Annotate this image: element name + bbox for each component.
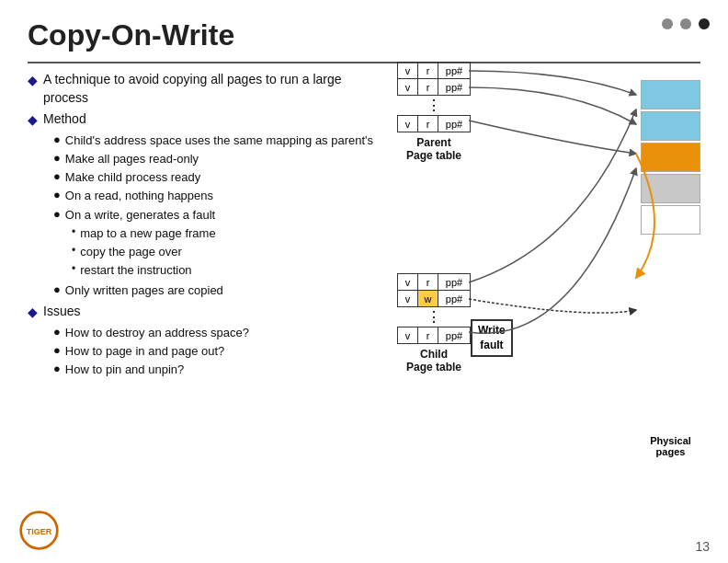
- method-item-5-text: On a write, generates a fault: [65, 207, 215, 224]
- cell: v: [398, 116, 418, 132]
- cell: pp#: [438, 79, 471, 96]
- bullet-1: ◆ A technique to avoid copying all pages…: [28, 71, 379, 107]
- write-fault-line1: Write: [478, 324, 506, 337]
- dot-icon-3: ●: [53, 169, 61, 183]
- physical-pages-label: Physical pages: [641, 435, 700, 457]
- method-item-3: ● Make child process ready: [53, 169, 379, 186]
- bullet-circle-1: •: [72, 225, 75, 238]
- main-content: ◆ A technique to avoid copying all pages…: [28, 71, 700, 466]
- fault-item-3-text: restart the instruction: [80, 262, 191, 279]
- fault-item-1: • map to a new page frame: [72, 225, 379, 242]
- cell: v: [398, 291, 418, 307]
- cell: r: [418, 327, 438, 344]
- nav-dot-3: [699, 18, 710, 29]
- cell: r: [418, 79, 438, 96]
- dot-icon-2: ●: [53, 151, 61, 165]
- slide: Copy-On-Write ◆ A technique to avoid cop…: [0, 0, 728, 563]
- cell: v: [398, 274, 418, 291]
- write-fault-line2: fault: [480, 339, 503, 351]
- fault-item-2-text: copy the page over: [80, 244, 182, 260]
- method-item-5: ● On a write, generates a fault: [53, 207, 379, 224]
- bullet-3-text: Issues: [43, 303, 80, 321]
- method-item-3-text: Make child process ready: [65, 169, 200, 186]
- table-row: v r pp#: [398, 327, 471, 344]
- method-subitems: ● Child's address space uses the same ma…: [53, 132, 379, 300]
- phys-page-1: [641, 80, 700, 109]
- diamond-icon-1: ◆: [28, 73, 38, 87]
- nav-dot-2: [680, 18, 691, 29]
- physical-pages: [641, 80, 700, 235]
- diamond-icon-3: ◆: [28, 304, 38, 319]
- table-row: ⋮: [398, 307, 471, 327]
- method-item-1-text: Child's address space uses the same mapp…: [65, 132, 373, 149]
- method-item-2-text: Make all pages read-only: [65, 151, 199, 167]
- parent-page-table: v r pp# v r pp# ⋮ v: [397, 62, 471, 162]
- parent-table-grid: v r pp# v r pp# ⋮ v: [397, 62, 471, 132]
- cell: r: [418, 116, 438, 132]
- page-number: 13: [695, 539, 710, 554]
- write-fault-label: Write fault: [471, 319, 513, 357]
- child-page-table: v r pp# v w pp# ⋮ v: [397, 273, 471, 373]
- issue-item-1-text: How to destroy an address space?: [65, 325, 249, 341]
- dot-icon-9: ●: [53, 362, 61, 375]
- issue-item-1: ● How to destroy an address space?: [53, 325, 379, 341]
- cell: v: [398, 327, 418, 344]
- child-table-label: ChildPage table: [397, 348, 471, 373]
- method-item-4: ● On a read, nothing happens: [53, 188, 379, 204]
- cell: r: [418, 274, 438, 291]
- nav-dots: [662, 18, 710, 29]
- table-row: v r pp#: [398, 116, 471, 132]
- dot-icon-8: ●: [53, 343, 61, 357]
- table-row: v r pp#: [398, 79, 471, 96]
- cell: ⋮: [398, 307, 471, 327]
- cell: v: [398, 63, 418, 79]
- phys-page-3: [641, 143, 700, 172]
- cell: pp#: [438, 274, 471, 291]
- only-written-text: Only written pages are copied: [65, 282, 223, 299]
- cell: r: [418, 63, 438, 79]
- table-row: v w pp#: [398, 291, 471, 307]
- tables-container: v r pp# v r pp# ⋮ v: [388, 62, 700, 466]
- fault-item-1-text: map to a new page frame: [80, 225, 215, 242]
- method-item-2: ● Make all pages read-only: [53, 151, 379, 167]
- dot-icon-7: ●: [53, 325, 61, 339]
- phys-page-4: [641, 174, 700, 203]
- issue-item-2: ● How to page in and page out?: [53, 343, 379, 360]
- issues-subitems: ● How to destroy an address space? ● How…: [53, 325, 379, 379]
- table-row: v r pp#: [398, 274, 471, 291]
- fault-item-2: • copy the page over: [72, 244, 379, 260]
- issue-item-3-text: How to pin and unpin?: [65, 362, 184, 378]
- dot-icon-6: ●: [53, 282, 61, 296]
- bullet-circle-3: •: [72, 262, 75, 275]
- bullet-1-text: A technique to avoid copying all pages t…: [43, 71, 379, 107]
- only-written: ● Only written pages are copied: [53, 282, 379, 299]
- cell: w: [418, 291, 438, 307]
- dot-icon-5: ●: [53, 207, 61, 221]
- university-logo: TIGER: [18, 510, 64, 556]
- svg-text:TIGER: TIGER: [27, 527, 52, 536]
- cell: pp#: [438, 291, 471, 307]
- nav-dot-1: [662, 18, 673, 29]
- method-item-1: ● Child's address space uses the same ma…: [53, 132, 379, 149]
- slide-title: Copy-On-Write: [28, 18, 700, 52]
- issue-item-3: ● How to pin and unpin?: [53, 362, 379, 378]
- table-row: ⋮: [398, 96, 471, 116]
- child-table-grid: v r pp# v w pp# ⋮ v: [397, 273, 471, 344]
- bullet-2: ◆ Method: [28, 110, 379, 129]
- fault-subitems: • map to a new page frame • copy the pag…: [72, 225, 379, 280]
- fault-item-3: • restart the instruction: [72, 262, 379, 279]
- right-column: v r pp# v r pp# ⋮ v: [388, 62, 700, 466]
- cell: pp#: [438, 327, 471, 344]
- method-item-4-text: On a read, nothing happens: [65, 188, 213, 204]
- bullet-circle-2: •: [72, 244, 75, 257]
- diamond-icon-2: ◆: [28, 112, 38, 127]
- bullet-2-text: Method: [43, 110, 86, 129]
- bullet-3: ◆ Issues: [28, 303, 379, 321]
- cell: pp#: [438, 116, 471, 132]
- cell: pp#: [438, 63, 471, 79]
- table-row: v r pp#: [398, 63, 471, 79]
- phys-page-2: [641, 111, 700, 141]
- issue-item-2-text: How to page in and page out?: [65, 343, 224, 360]
- dot-icon-1: ●: [53, 132, 61, 146]
- left-column: ◆ A technique to avoid copying all pages…: [28, 71, 379, 466]
